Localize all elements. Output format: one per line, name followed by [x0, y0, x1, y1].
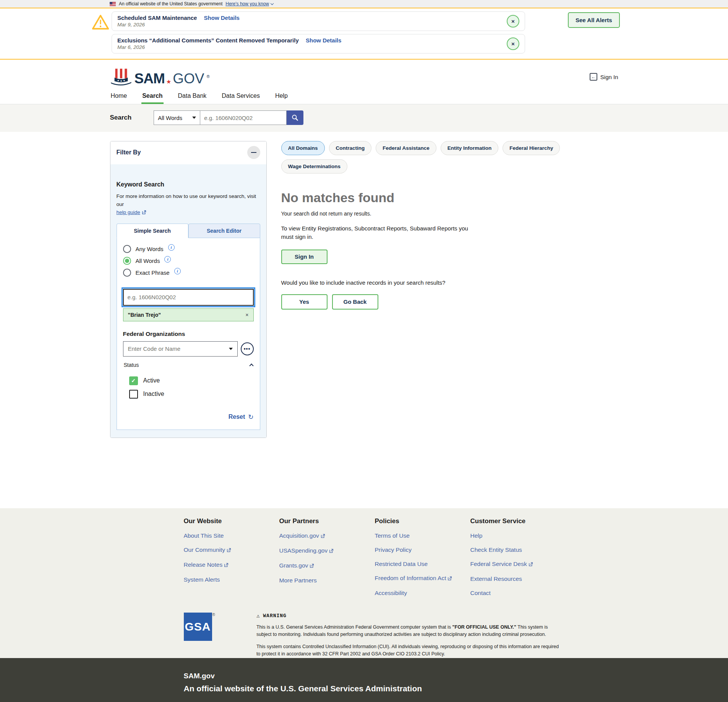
footer-link-foia[interactable]: Freedom of Information Act [375, 575, 470, 582]
heres-how-you-know-link[interactable]: Here's how you know [225, 1, 273, 6]
external-link-icon [226, 547, 231, 554]
reset-filters-link[interactable]: Reset [229, 413, 245, 420]
gov-banner-text: An official website of the United States… [119, 1, 222, 6]
search-band: Search All Words [0, 104, 728, 132]
alert-date: Mar 6, 2026 [117, 44, 341, 50]
no-results-subtext: Your search did not return any results. [281, 211, 618, 217]
keyword-chip-label: "Brian Trejo" [128, 312, 161, 318]
gov-banner: An official website of the United States… [0, 0, 728, 8]
chip-remove-icon[interactable]: × [245, 312, 248, 318]
domain-pill-entity-information[interactable]: Entity Information [441, 141, 499, 155]
include-inactive-question: Would you like to include inactive recor… [281, 279, 618, 286]
checkbox-checked-icon[interactable]: ✓ [129, 376, 138, 385]
footer-link-accessibility[interactable]: Accessibility [375, 590, 470, 597]
reset-icon[interactable]: ↻ [248, 413, 253, 421]
status-active-option[interactable]: ✓ Active [129, 376, 248, 385]
tab-simple-search[interactable]: Simple Search [117, 224, 188, 238]
domain-pill-contracting[interactable]: Contracting [329, 141, 372, 155]
footer-link-check-entity-status[interactable]: Check Entity Status [470, 546, 566, 553]
select-caret-icon [229, 348, 233, 350]
alert-card: Scheduled SAM Maintenance Show Details M… [112, 11, 525, 31]
radio-any-words-label: Any Words [136, 246, 164, 252]
info-icon[interactable]: i [174, 268, 181, 274]
footer-link-external-resources[interactable]: External Resources [470, 576, 566, 582]
nav-item-search[interactable]: Search [141, 89, 163, 104]
logo-gov-text: GOV [173, 71, 204, 86]
search-mode-select[interactable]: All Words [154, 110, 200, 125]
sign-in-button[interactable]: Sign In [281, 250, 328, 264]
ellipsis-icon: ••• [244, 346, 251, 352]
see-all-alerts-button[interactable]: See All Alerts [568, 12, 620, 28]
footer-link-release-notes[interactable]: Release Notes [184, 561, 279, 569]
close-icon: × [511, 41, 515, 47]
warning-paragraph-1: This is a U.S. General Services Administ… [256, 624, 562, 639]
help-guide-link[interactable]: help guide [117, 209, 140, 215]
info-icon[interactable]: i [164, 256, 171, 263]
federal-org-more-button[interactable]: ••• [241, 342, 254, 355]
domain-pill-federal-assistance[interactable]: Federal Assistance [376, 141, 436, 155]
chevron-up-icon [249, 363, 253, 368]
footer-link-restricted-data-use[interactable]: Restricted Data Use [375, 561, 470, 567]
nav-item-home[interactable]: Home [110, 89, 128, 104]
footer-col-our-website: Our Website About This Site Our Communit… [184, 517, 279, 597]
footer-col-policies: Policies Terms of Use Privacy Policy Res… [375, 517, 470, 597]
alert-title: Scheduled SAM Maintenance [117, 15, 197, 21]
federal-org-select[interactable]: Enter Code or Name [123, 341, 238, 357]
footer-link-our-community[interactable]: Our Community [184, 546, 279, 554]
sign-in-icon: ← [590, 73, 597, 81]
status-inactive-option[interactable]: Inactive [129, 390, 248, 399]
header-sign-in-link[interactable]: ← Sign In [590, 73, 618, 81]
footer-heading: Our Partners [279, 517, 375, 525]
yes-button[interactable]: Yes [281, 294, 328, 310]
sam-gov-logo[interactable]: ★ ★ ★ SAM ★ GOV ® [110, 68, 210, 86]
status-accordion-toggle[interactable]: Status [124, 362, 253, 368]
sign-in-note: To view Entity Registrations, Subcontrac… [281, 224, 478, 241]
nav-item-help[interactable]: Help [274, 89, 289, 104]
footer-link-about-this-site[interactable]: About This Site [184, 532, 279, 539]
domain-pill-wage-determinations[interactable]: Wage Determinations [281, 159, 348, 173]
footer-link-federal-service-desk[interactable]: Federal Service Desk [470, 561, 566, 568]
checkbox-unchecked-icon[interactable] [129, 390, 138, 399]
footer-link-contact[interactable]: Contact [470, 590, 566, 597]
status-inactive-label: Inactive [143, 391, 164, 397]
footer-link-usaspending-gov[interactable]: USASpending.gov [279, 547, 375, 555]
warning-title: WARNING [263, 613, 287, 619]
footer-link-grants-gov[interactable]: Grants.gov [279, 562, 375, 570]
keyword-search-input[interactable] [123, 289, 254, 306]
footer-link-acquisition-gov[interactable]: Acquisition.gov [279, 532, 375, 540]
radio-any-words[interactable] [123, 245, 131, 253]
nav-item-data-services[interactable]: Data Services [221, 89, 261, 104]
nav-item-data-bank[interactable]: Data Bank [177, 89, 208, 104]
logo-registered-mark: ® [206, 74, 209, 79]
radio-exact-phrase[interactable] [123, 269, 131, 277]
alert-close-button[interactable]: × [507, 37, 519, 50]
status-active-label: Active [143, 377, 160, 384]
footer-link-terms-of-use[interactable]: Terms of Use [375, 532, 470, 539]
footer-link-system-alerts[interactable]: System Alerts [184, 576, 279, 583]
main-content: Filter By Keyword Search For more inform… [0, 132, 728, 508]
footer-heading: Our Website [184, 517, 279, 525]
warning-triangle-icon [92, 14, 109, 54]
gsa-warning-section: GSA ® ⚠ WARNING This is a U.S. General S… [110, 613, 618, 658]
external-link-icon [224, 562, 229, 569]
filter-panel: Filter By Keyword Search For more inform… [110, 141, 267, 438]
radio-all-words[interactable] [123, 257, 131, 265]
alert-title: Exclusions “Additional Comments” Content… [117, 37, 299, 44]
domain-pill-federal-hierarchy[interactable]: Federal Hierarchy [503, 141, 560, 155]
external-link-icon [141, 209, 146, 217]
tab-search-editor[interactable]: Search Editor [188, 224, 260, 238]
show-details-link[interactable]: Show Details [204, 15, 240, 21]
alert-close-button[interactable]: × [507, 15, 519, 28]
domain-pill-all-domains[interactable]: All Domains [281, 141, 325, 155]
logo-sam-text: SAM [135, 71, 165, 86]
footer-link-more-partners[interactable]: More Partners [279, 577, 375, 584]
footer-link-help[interactable]: Help [470, 532, 566, 539]
show-details-link[interactable]: Show Details [306, 37, 341, 44]
go-back-button[interactable]: Go Back [332, 294, 378, 310]
global-search-input[interactable] [200, 110, 287, 125]
uncle-sam-hat-icon: ★ ★ ★ [110, 68, 132, 86]
footer-link-privacy-policy[interactable]: Privacy Policy [375, 546, 470, 553]
search-submit-button[interactable] [287, 110, 303, 125]
filter-collapse-button[interactable] [247, 146, 260, 159]
info-icon[interactable]: i [168, 244, 175, 251]
